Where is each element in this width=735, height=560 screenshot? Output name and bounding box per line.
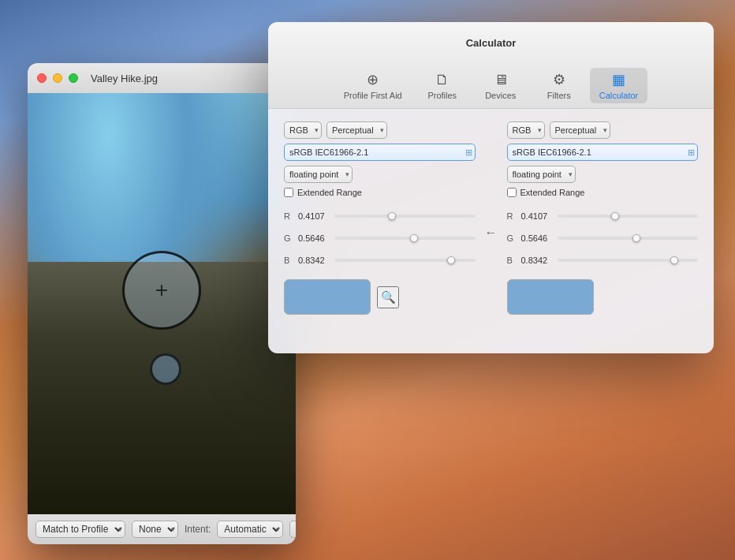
toolbar-item-profiles[interactable]: 🗋 Profiles: [415, 69, 470, 103]
calc-content: RGB Perceptual sRGB IEC61966-2.1: [268, 109, 714, 353]
left-slider-r: R 0.4107: [284, 208, 476, 224]
toolbar-item-profile-first-aid[interactable]: ⊕ Profile First Aid: [334, 68, 412, 103]
left-extended-range-label: Extended Range: [297, 188, 362, 197]
left-profile-select[interactable]: sRGB IEC61966-2.1: [284, 144, 476, 161]
match-to-profile-select[interactable]: Match to Profile: [35, 521, 125, 538]
right-top-row: RGB Perceptual: [507, 121, 699, 139]
right-b-label: B: [507, 256, 515, 265]
left-extended-range-checkbox[interactable]: [284, 188, 293, 197]
left-b-value: 0.8342: [298, 256, 328, 265]
devices-icon: 🖥: [494, 72, 508, 88]
left-intent-wrap[interactable]: Perceptual: [326, 121, 387, 139]
right-extrange-row: Extended Range: [507, 188, 699, 197]
apply-button[interactable]: Apply: [289, 521, 296, 538]
left-colorspace-wrap[interactable]: RGB: [284, 121, 322, 139]
right-r-label: R: [507, 211, 515, 221]
profile-first-aid-icon: ⊕: [367, 71, 379, 88]
calc-panels: RGB Perceptual sRGB IEC61966-2.1: [284, 121, 698, 344]
right-r-thumb: [611, 212, 619, 220]
left-slider-b: B 0.8342: [284, 252, 476, 268]
toolbar-item-filters[interactable]: ⚙ Filters: [532, 68, 587, 103]
left-bottom-row: 🔍: [284, 279, 476, 315]
left-top-row: RGB Perceptual: [284, 121, 476, 139]
right-g-label: G: [507, 233, 515, 243]
left-r-track[interactable]: [334, 215, 476, 218]
calculator-label: Calculator: [599, 91, 639, 100]
right-extended-range-checkbox[interactable]: [507, 188, 517, 197]
right-sliders: R 0.4107 G 0.5646 B: [507, 208, 699, 268]
left-g-thumb: [410, 234, 418, 242]
intent-label: Intent:: [185, 524, 211, 535]
left-panel: RGB Perceptual sRGB IEC61966-2.1: [284, 121, 476, 344]
left-colorspace-select[interactable]: RGB: [284, 121, 322, 139]
toolbar-item-devices[interactable]: 🖥 Devices: [473, 69, 528, 103]
left-r-value: 0.4107: [298, 211, 328, 221]
right-r-track[interactable]: [558, 215, 699, 218]
image-window-titlebar: Valley Hike.jpg: [28, 63, 296, 93]
right-profile-wrap[interactable]: sRGB IEC61966-2.1: [507, 144, 699, 161]
right-colorspace-select[interactable]: RGB: [507, 121, 545, 139]
image-content: +: [28, 93, 296, 514]
left-bitdepth-row: floating point: [284, 166, 476, 183]
none-profile-select[interactable]: None: [132, 521, 178, 538]
right-b-thumb: [670, 256, 678, 264]
right-slider-r: R 0.4107: [507, 208, 699, 224]
left-g-value: 0.5646: [298, 233, 328, 243]
left-bitdepth-wrap[interactable]: floating point: [284, 166, 353, 183]
calc-titlebar: Calculator: [268, 22, 714, 63]
left-bitdepth-select[interactable]: floating point: [284, 166, 353, 183]
right-color-swatch: [507, 279, 594, 315]
intent-select[interactable]: Automatic: [217, 521, 283, 538]
filters-icon: ⚙: [553, 71, 565, 88]
left-r-thumb: [388, 212, 396, 220]
right-bitdepth-select[interactable]: floating point: [507, 166, 576, 183]
arrow-icon: ←: [485, 226, 498, 240]
right-intent-wrap[interactable]: Perceptual: [550, 121, 610, 139]
intent-select-wrap[interactable]: Automatic: [217, 521, 283, 538]
search-button[interactable]: 🔍: [377, 286, 399, 308]
right-b-track[interactable]: [558, 259, 699, 262]
left-extrange-row: Extended Range: [284, 188, 476, 197]
image-window-title: Valley Hike.jpg: [91, 73, 158, 84]
left-r-label: R: [284, 211, 292, 221]
image-bottom-bar: Match to Profile None Intent: Automatic …: [28, 514, 296, 544]
none-select-wrap[interactable]: None: [132, 521, 178, 538]
left-profile-row: sRGB IEC61966-2.1: [284, 144, 476, 161]
profile-first-aid-label: Profile First Aid: [344, 91, 402, 100]
maximize-button[interactable]: [69, 73, 78, 83]
left-profile-wrap[interactable]: sRGB IEC61966-2.1: [284, 144, 476, 161]
right-r-value: 0.4107: [521, 211, 551, 221]
toolbar-item-calculator[interactable]: ▦ Calculator: [590, 68, 648, 103]
profiles-icon: 🗋: [435, 72, 450, 88]
right-g-value: 0.5646: [521, 233, 551, 243]
minimize-button[interactable]: [53, 73, 62, 83]
circle-crosshair[interactable]: +: [122, 251, 201, 330]
right-g-track[interactable]: [558, 237, 699, 240]
right-intent-select[interactable]: Perceptual: [550, 121, 610, 139]
right-profile-select[interactable]: sRGB IEC61966-2.1: [507, 144, 699, 161]
right-extended-range-label: Extended Range: [520, 188, 585, 197]
right-bitdepth-row: floating point: [507, 166, 699, 183]
devices-label: Devices: [485, 91, 516, 100]
close-button[interactable]: [37, 73, 47, 83]
left-b-thumb: [447, 256, 455, 264]
left-b-track[interactable]: [334, 259, 476, 262]
left-g-track[interactable]: [334, 237, 476, 240]
left-intent-select[interactable]: Perceptual: [326, 121, 387, 139]
image-window: Valley Hike.jpg + Match to Profile None …: [28, 63, 296, 544]
right-profile-row: sRGB IEC61966-2.1: [507, 144, 699, 161]
right-slider-b: B 0.8342: [507, 252, 699, 268]
right-slider-g: G 0.5646: [507, 230, 699, 246]
calc-toolbar: ⊕ Profile First Aid 🗋 Profiles 🖥 Devices…: [268, 63, 714, 109]
panel-divider: ←: [476, 121, 507, 344]
right-b-value: 0.8342: [521, 256, 551, 265]
match-to-profile-select-wrap[interactable]: Match to Profile: [35, 521, 125, 538]
right-colorspace-wrap[interactable]: RGB: [507, 121, 545, 139]
small-circle-indicator: [150, 353, 181, 385]
filters-label: Filters: [547, 91, 571, 100]
right-bitdepth-wrap[interactable]: floating point: [507, 166, 576, 183]
calculator-window: Calculator ⊕ Profile First Aid 🗋 Profile…: [268, 22, 714, 353]
right-g-thumb: [632, 234, 640, 242]
left-color-swatch: [284, 279, 371, 315]
left-sliders: R 0.4107 G 0.5646 B: [284, 208, 476, 268]
